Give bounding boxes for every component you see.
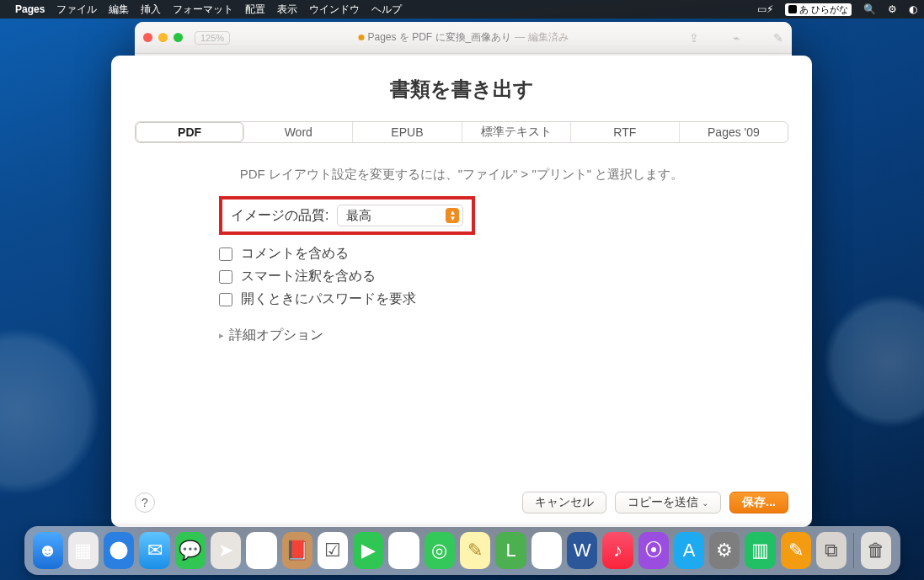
app-menu[interactable]: Pages (15, 3, 45, 15)
tab-plaintext[interactable]: 標準テキスト (462, 122, 571, 142)
dock-reminders[interactable]: ☑︎ (318, 532, 348, 569)
tab-pages09[interactable]: Pages '09 (680, 122, 788, 142)
menu-window[interactable]: ウインドウ (309, 3, 360, 17)
check-label: スマート注釈を含める (241, 268, 376, 285)
window-controls[interactable] (143, 33, 183, 42)
menu-bar: Pages ファイル 編集 挿入 フォーマット 配置 表示 ウインドウ ヘルプ … (0, 0, 924, 19)
ime-status[interactable]: あ ひらがな (785, 3, 852, 16)
dock-calendar[interactable]: 6 (388, 532, 419, 569)
menu-edit[interactable]: 編集 (109, 3, 129, 17)
sheet-title: 書類を書き出す (135, 76, 788, 103)
image-quality-value: 最高 (346, 208, 371, 224)
send-copy-label: コピーを送信 (628, 495, 698, 510)
dock-launchpad[interactable]: ▦ (68, 532, 99, 569)
dock-chrome[interactable]: ◉ (531, 532, 562, 569)
minimize-icon[interactable] (158, 33, 168, 42)
chevron-down-icon: ⌄ (702, 498, 708, 508)
dock-safari[interactable]: ✦ (104, 532, 134, 569)
check-require-password[interactable]: 開くときにパスワードを要求 (219, 290, 788, 308)
menu-file[interactable]: ファイル (56, 3, 97, 17)
dock-trash[interactable]: 🗑 (861, 532, 891, 569)
dock-notes[interactable]: ✎ (460, 532, 490, 569)
image-quality-select[interactable]: 最高 ▲▼ (337, 205, 463, 226)
chevron-right-icon: ▸ (219, 330, 224, 341)
dock-line[interactable]: L (495, 532, 526, 569)
edited-label: — 編集済み (515, 30, 568, 45)
dock-findmy[interactable]: ◎ (425, 532, 455, 569)
advanced-options-disclosure[interactable]: ▸ 詳細オプション (219, 327, 788, 344)
image-quality-label: イメージの品質: (231, 207, 328, 225)
checkbox[interactable] (219, 247, 232, 261)
export-sheet: 書類を書き出す PDF Word EPUB 標準テキスト RTF Pages '… (111, 56, 812, 527)
save-button[interactable]: 保存... (729, 492, 788, 513)
menu-view[interactable]: 表示 (277, 3, 297, 17)
tips-icon[interactable]: ⌁ (733, 31, 740, 45)
dock-numbers[interactable]: ▥ (745, 532, 775, 569)
dock-mail[interactable]: ✉︎ (139, 532, 169, 569)
highlight-annotation: イメージの品質: 最高 ▲▼ (219, 196, 475, 235)
dock-contacts[interactable]: 📕 (282, 532, 312, 569)
disclosure-label: 詳細オプション (229, 327, 323, 344)
check-include-comments[interactable]: コメントを含める (219, 245, 788, 263)
dock-podcasts[interactable]: ⦿ (638, 532, 669, 569)
menu-format[interactable]: フォーマット (173, 3, 233, 17)
hint-text: PDF レイアウト設定を変更するには、"ファイル" > "プリント" と選択しま… (135, 167, 788, 183)
check-include-smart-annotations[interactable]: スマート注釈を含める (219, 268, 788, 285)
share-icon[interactable]: ⇪ (689, 31, 699, 45)
modified-dot-icon (358, 35, 364, 40)
tab-epub[interactable]: EPUB (353, 122, 462, 142)
dock-music[interactable]: ♪ (602, 532, 633, 569)
tab-rtf[interactable]: RTF (571, 122, 680, 142)
check-label: 開くときにパスワードを要求 (241, 290, 416, 308)
checkbox[interactable] (219, 293, 232, 306)
menu-insert[interactable]: 挿入 (141, 3, 161, 17)
control-center-icon[interactable]: ⚙︎ (888, 3, 897, 15)
doc-title-text: Pages を PDF に変換_画像あり (367, 30, 511, 45)
document-title: Pages を PDF に変換_画像あり — 編集済み (358, 30, 568, 45)
checkbox[interactable] (219, 270, 232, 284)
close-icon[interactable] (143, 33, 152, 42)
send-copy-button[interactable]: コピーを送信 ⌄ (615, 492, 721, 513)
dock-appstore[interactable]: A (674, 532, 704, 569)
dock-messages[interactable]: 💬 (175, 532, 206, 569)
spotlight-icon[interactable]: 🔍 (863, 3, 876, 15)
zoom-icon[interactable] (174, 33, 183, 42)
dock-systemprefs[interactable]: ⚙︎ (709, 532, 740, 569)
dock-clips[interactable]: ⧉ (816, 532, 847, 569)
menu-help[interactable]: ヘルプ (371, 3, 402, 17)
format-panel-icon[interactable]: ✎ (773, 31, 783, 45)
format-tabs: PDF Word EPUB 標準テキスト RTF Pages '09 (135, 121, 788, 143)
dock-facetime[interactable]: ▶︎ (353, 532, 383, 569)
battery-icon[interactable]: ▭⚡︎ (757, 3, 773, 15)
dock-word[interactable]: W (567, 532, 597, 569)
tab-pdf[interactable]: PDF (136, 122, 244, 142)
check-label: コメントを含める (241, 245, 349, 263)
menu-arrange[interactable]: 配置 (245, 3, 265, 17)
dock: ☻ ▦ ✦ ✉︎ 💬 ➤ ✿ 📕 ☑︎ ▶︎ 6 ◎ ✎ L ◉ W ♪ ⦿ A… (24, 526, 900, 575)
dock-photos[interactable]: ✿ (246, 532, 276, 569)
cancel-button[interactable]: キャンセル (522, 492, 606, 513)
siri-icon[interactable]: ◐ (909, 3, 917, 15)
select-stepper-icon: ▲▼ (446, 208, 459, 223)
zoom-select[interactable]: 125% (195, 31, 230, 45)
help-button[interactable]: ? (135, 492, 155, 513)
dock-separator (853, 533, 854, 568)
dock-pages[interactable]: ✎ (781, 532, 811, 569)
titlebar: 125% Pages を PDF に変換_画像あり — 編集済み ⇪ ⌁ ✎ (135, 22, 792, 54)
dock-finder[interactable]: ☻ (33, 532, 63, 569)
dock-maps[interactable]: ➤ (211, 532, 241, 569)
tab-word[interactable]: Word (244, 122, 353, 142)
